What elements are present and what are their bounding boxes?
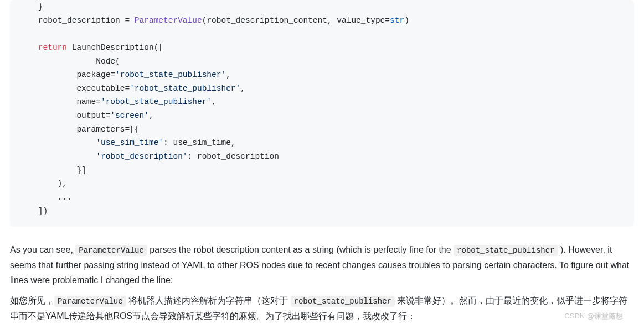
- text: parses the robot description content as …: [147, 245, 454, 254]
- inline-code: ParameterValue: [54, 296, 126, 307]
- paragraph-zh: 如您所见，ParameterValue 将机器人描述内容解析为字符串（这对于 r…: [10, 293, 634, 323]
- inline-code: ParameterValue: [75, 245, 147, 256]
- text: As you can see,: [10, 245, 75, 254]
- prose-section: As you can see, ParameterValue parses th…: [10, 242, 634, 323]
- text: 将机器人描述内容解析为字符串（这对于: [126, 296, 291, 305]
- inline-code: robot_state_publisher: [454, 245, 558, 256]
- text: 如您所见，: [10, 296, 54, 305]
- code-block: } robot_description = ParameterValue(rob…: [10, 0, 634, 227]
- inline-code: robot_state_publisher: [291, 296, 395, 307]
- paragraph-en: As you can see, ParameterValue parses th…: [10, 242, 634, 288]
